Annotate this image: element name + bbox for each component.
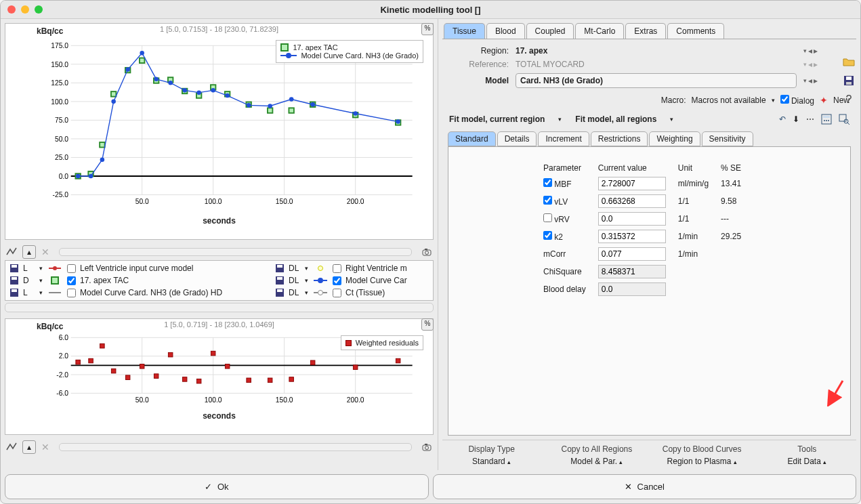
sparkle-icon: ✦ bbox=[820, 95, 828, 106]
zoom-window-button[interactable] bbox=[35, 5, 43, 14]
svg-text:-6.0: -6.0 bbox=[56, 390, 68, 397]
param-value-input[interactable] bbox=[598, 230, 666, 243]
chart2-ylabel: kBq/cc bbox=[37, 322, 63, 331]
curve-visible-checkbox[interactable] bbox=[67, 289, 76, 297]
curve-visible-checkbox[interactable] bbox=[333, 276, 341, 285]
copy-all-regions-header: Copy to All Regions bbox=[554, 444, 639, 457]
curve-visible-checkbox[interactable] bbox=[333, 289, 341, 297]
tab-comments[interactable]: Comments bbox=[667, 23, 724, 39]
search-table-icon[interactable] bbox=[839, 114, 849, 125]
line-tool-icon[interactable] bbox=[6, 442, 17, 453]
subtab-standard[interactable]: Standard bbox=[448, 131, 496, 146]
param-value-input[interactable] bbox=[598, 212, 666, 226]
param-fit-checkbox[interactable] bbox=[543, 196, 552, 205]
fit-all-button[interactable]: Fit model, all regions bbox=[575, 114, 656, 124]
undo-icon[interactable]: ↶ bbox=[779, 114, 786, 124]
curve-row[interactable]: L▾Model Curve Card. NH3 (de Grado) HD bbox=[5, 287, 271, 299]
subtab-increment[interactable]: Increment bbox=[538, 131, 589, 146]
fit-current-button[interactable]: Fit model, current region bbox=[449, 114, 545, 124]
chart1-plot[interactable]: -25.00.025.050.075.0100.0125.0150.0175.0… bbox=[39, 36, 427, 212]
chevron-up-icon[interactable]: ▴ bbox=[22, 440, 36, 454]
svg-text:2.0: 2.0 bbox=[59, 352, 69, 360]
dialog-checkbox[interactable] bbox=[780, 95, 789, 104]
chart2-plot[interactable]: -6.0-2.02.06.050.0100.0150.0200.0 Weight… bbox=[39, 331, 427, 407]
param-value-input[interactable] bbox=[598, 265, 666, 278]
subtab-details[interactable]: Details bbox=[497, 131, 537, 146]
svg-rect-111 bbox=[289, 377, 294, 382]
subtab-sensitivity[interactable]: Sensitivity bbox=[702, 131, 753, 146]
param-fit-checkbox[interactable] bbox=[543, 213, 552, 222]
chevron-up-icon[interactable]: ▴ bbox=[823, 459, 826, 465]
dialog-label: Dialog bbox=[791, 96, 814, 106]
tools-value[interactable]: Edit Data bbox=[788, 457, 821, 466]
percent-toggle-bottom[interactable]: % bbox=[421, 318, 434, 331]
save-icon[interactable] bbox=[9, 288, 19, 297]
curve-row[interactable]: DL▾Ct (Tissue) bbox=[271, 287, 389, 299]
save-icon[interactable] bbox=[275, 264, 285, 273]
next-region-button[interactable]: ▸ bbox=[814, 46, 818, 56]
tab-mt-carlo[interactable]: Mt-Carlo bbox=[575, 23, 624, 39]
prev-region-button[interactable]: ◂ bbox=[808, 46, 812, 56]
help-icon[interactable]: ? bbox=[843, 93, 855, 106]
svg-point-60 bbox=[289, 97, 294, 102]
ellipsis-icon[interactable]: ⋯ bbox=[806, 114, 814, 124]
param-fit-checkbox[interactable] bbox=[543, 231, 552, 240]
chevron-up-icon[interactable]: ▴ bbox=[22, 245, 36, 259]
chevron-down-icon[interactable]: ▾ bbox=[670, 116, 673, 123]
save-icon[interactable] bbox=[275, 276, 285, 285]
chevron-down-icon[interactable]: ▾ bbox=[803, 47, 807, 54]
minimize-window-button[interactable] bbox=[21, 5, 29, 14]
param-value-input[interactable] bbox=[598, 177, 666, 190]
prev-model-button[interactable]: ◂ bbox=[808, 76, 812, 85]
curve-visible-checkbox[interactable] bbox=[67, 264, 76, 273]
save-icon[interactable] bbox=[9, 264, 19, 273]
copy-all-regions-value[interactable]: Model & Par. bbox=[570, 457, 617, 466]
ok-button[interactable]: ✓Ok bbox=[5, 474, 429, 499]
subtab-weighting[interactable]: Weighting bbox=[649, 131, 700, 146]
curve-visible-checkbox[interactable] bbox=[333, 264, 341, 273]
tab-blood[interactable]: Blood bbox=[486, 23, 525, 39]
chevron-down-icon[interactable]: ▾ bbox=[772, 97, 775, 104]
param-value-input[interactable] bbox=[598, 194, 666, 208]
download-icon[interactable]: ⬇ bbox=[793, 114, 799, 124]
chevron-down-icon[interactable]: ▾ bbox=[558, 116, 562, 123]
param-value-input[interactable] bbox=[598, 282, 666, 296]
clear-icon[interactable]: ✕ bbox=[41, 247, 49, 257]
param-value-input[interactable] bbox=[598, 247, 666, 261]
tab-coupled[interactable]: Coupled bbox=[526, 23, 574, 39]
curve-row[interactable]: D▾17. apex TAC bbox=[5, 274, 271, 287]
line-tool-icon[interactable] bbox=[6, 247, 17, 257]
next-model-button[interactable]: ▸ bbox=[814, 76, 818, 85]
save-icon[interactable] bbox=[275, 288, 285, 297]
chart2-scrollbar[interactable] bbox=[59, 443, 412, 451]
close-window-button[interactable] bbox=[7, 5, 16, 14]
chart1-scrollbar[interactable] bbox=[59, 248, 412, 256]
curve-row[interactable]: DL▾Model Curve Car bbox=[271, 274, 411, 287]
percent-toggle-top[interactable]: % bbox=[421, 23, 434, 35]
camera-icon[interactable] bbox=[421, 247, 432, 257]
subtab-restrictions[interactable]: Restrictions bbox=[591, 131, 648, 146]
cancel-button[interactable]: ✕Cancel bbox=[433, 474, 857, 499]
chevron-up-icon[interactable]: ▴ bbox=[619, 459, 623, 465]
clear-icon[interactable]: ✕ bbox=[41, 442, 49, 453]
curve-row[interactable]: DL▾Right Ventricle m bbox=[271, 262, 411, 274]
chevron-down-icon[interactable]: ▾ bbox=[803, 77, 807, 84]
svg-line-128 bbox=[847, 123, 849, 125]
curve-list-scrollbar[interactable] bbox=[5, 303, 434, 312]
curve-visible-checkbox[interactable] bbox=[67, 276, 76, 285]
save-icon[interactable] bbox=[843, 75, 855, 87]
chevron-up-icon[interactable]: ▴ bbox=[507, 459, 511, 465]
param-row: Blood delay bbox=[538, 281, 747, 297]
copy-blood-value[interactable]: Region to Plasma bbox=[667, 457, 732, 466]
curve-row[interactable]: L▾Left Ventricle input curve model bbox=[5, 262, 271, 274]
param-fit-checkbox[interactable] bbox=[543, 178, 552, 187]
save-icon[interactable] bbox=[9, 276, 19, 285]
calculator-icon[interactable] bbox=[821, 114, 832, 125]
svg-rect-110 bbox=[268, 378, 272, 383]
tab-tissue[interactable]: Tissue bbox=[444, 23, 485, 39]
camera-icon[interactable] bbox=[421, 442, 432, 453]
tab-extras[interactable]: Extras bbox=[625, 23, 666, 39]
model-value[interactable]: Card. NH3 (de Grado) bbox=[516, 73, 797, 88]
display-type-value[interactable]: Standard bbox=[472, 457, 505, 466]
chevron-up-icon[interactable]: ▴ bbox=[734, 459, 737, 465]
